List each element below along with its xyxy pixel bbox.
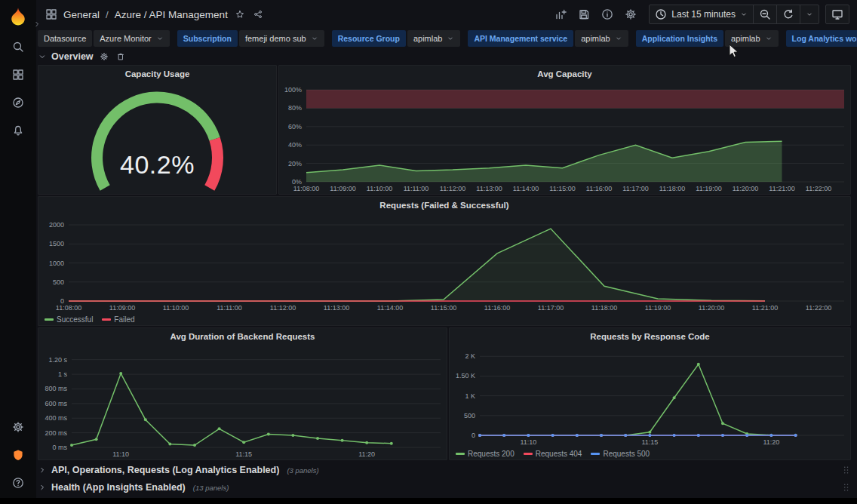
requests-chart[interactable]: 050010001500200011:08:0011:09:0011:10:00…: [38, 214, 850, 313]
breadcrumb-folder[interactable]: General: [63, 9, 100, 20]
svg-text:100%: 100%: [284, 86, 302, 94]
sidebar-explore-button[interactable]: [9, 94, 27, 112]
collapsed-row-api-operations-requests-log-an[interactable]: API, Operations, Requests (Log Analytics…: [38, 462, 851, 478]
row-delete-button[interactable]: [115, 51, 127, 63]
svg-text:1 K: 1 K: [465, 392, 475, 400]
alerting-icon: [12, 124, 24, 137]
variable-resource-group-label: Resource Group: [332, 30, 406, 47]
refresh-icon: [782, 8, 794, 20]
panel-backend-duration: Avg Duration of Backend Requests 0 ms200…: [38, 327, 447, 460]
response-code-chart[interactable]: 05001 K1.50 K2 K11:1011:1511:20: [450, 345, 850, 447]
refresh-interval-dropdown[interactable]: [800, 5, 819, 23]
gauge-value: 40.2%: [38, 150, 276, 180]
bottom-clip: [0, 498, 857, 504]
star-button[interactable]: [234, 8, 246, 20]
kiosk-mode-button[interactable]: [825, 5, 849, 24]
collapsed-row-health-app-insights-enabled-[interactable]: Health (App Insights Enabled)(13 panels): [38, 479, 851, 496]
apps-icon: [45, 8, 57, 20]
drag-handle-icon[interactable]: [842, 464, 851, 476]
panel-avg-capacity: Avg Capacity 0%20%40%60%80%100%11:08:001…: [278, 65, 851, 195]
search-icon: [12, 41, 24, 53]
svg-text:11:12:00: 11:12:00: [440, 185, 465, 192]
svg-text:11:08:00: 11:08:00: [293, 185, 319, 192]
svg-text:1 s: 1 s: [58, 370, 68, 378]
variable-api-management-service: API Management serviceapimlab: [468, 30, 628, 47]
svg-text:11:12:00: 11:12:00: [270, 304, 296, 312]
svg-text:20%: 20%: [288, 160, 302, 167]
panel-title[interactable]: Requests by Response Code: [450, 328, 850, 345]
sidebar-dashboards-button[interactable]: [9, 66, 27, 84]
configuration-icon: [12, 421, 24, 433]
panel-title[interactable]: Avg Capacity: [279, 66, 850, 82]
drag-handle-icon[interactable]: [842, 481, 851, 493]
svg-text:400 ms: 400 ms: [45, 414, 67, 422]
svg-text:11:16:00: 11:16:00: [484, 304, 510, 312]
share-button[interactable]: [252, 8, 264, 20]
zoom-out-icon: [759, 8, 771, 20]
time-picker-button[interactable]: Last 15 minutes: [650, 5, 753, 23]
gear-icon: [100, 52, 109, 61]
legend-item[interactable]: Successful: [45, 315, 93, 324]
panel-requests: Requests (Failed & Successful) 050010001…: [38, 196, 851, 326]
sidebar-server-admin-button[interactable]: [9, 446, 27, 464]
legend-item[interactable]: Failed: [102, 315, 134, 324]
svg-text:11:11:00: 11:11:00: [217, 304, 242, 312]
svg-text:11:19:00: 11:19:00: [645, 304, 671, 312]
legend-item[interactable]: Requests 200: [456, 450, 515, 458]
time-range-label: Last 15 minutes: [671, 9, 736, 20]
trash-icon: [116, 52, 125, 61]
row-overview[interactable]: Overview: [38, 48, 851, 65]
legend-item[interactable]: Requests 404: [524, 450, 582, 458]
top-navbar: General / Azure / API Management Last 15…: [36, 0, 857, 29]
sidebar-expand-toggle[interactable]: [31, 20, 42, 31]
legend-item[interactable]: Requests 500: [591, 450, 650, 458]
breadcrumb-separator: /: [106, 9, 109, 20]
sidebar-configuration-button[interactable]: [9, 418, 27, 436]
grafana-logo[interactable]: [7, 6, 29, 29]
svg-text:11:21:00: 11:21:00: [769, 185, 794, 192]
row-settings-button[interactable]: [98, 51, 110, 63]
configuration-icon: [625, 8, 637, 20]
chevron-right-icon: [38, 466, 47, 475]
dashboard-title[interactable]: Azure / API Management: [115, 9, 228, 20]
variable-resource-group-value-dropdown[interactable]: apimlab: [407, 30, 461, 47]
explore-icon: [12, 97, 24, 109]
svg-text:0: 0: [472, 432, 475, 439]
variable-resource-group: Resource Groupapimlab: [332, 30, 461, 47]
sidebar: [0, 0, 36, 504]
sidebar-nav-bottom: [9, 418, 27, 492]
svg-text:1000: 1000: [49, 260, 64, 267]
svg-text:11:09:00: 11:09:00: [330, 185, 355, 192]
panel-title[interactable]: Capacity Usage: [38, 66, 276, 82]
avg-capacity-chart[interactable]: 0%20%40%60%80%100%11:08:0011:09:0011:10:…: [279, 82, 850, 194]
sidebar-alerting-button[interactable]: [9, 121, 27, 140]
svg-text:11:19:00: 11:19:00: [696, 185, 721, 192]
row-title: Overview: [51, 51, 94, 62]
sidebar-help-button[interactable]: [9, 474, 27, 492]
zoom-out-button[interactable]: [753, 5, 776, 23]
breadcrumb: General / Azure / API Management: [45, 8, 264, 20]
save-dashboard-button[interactable]: [576, 7, 591, 22]
variable-api-management-service-value-dropdown[interactable]: apimlab: [575, 30, 628, 47]
variable-subscription-value-dropdown[interactable]: femeji demo sub: [239, 30, 324, 47]
svg-text:800 ms: 800 ms: [45, 385, 67, 392]
panel-response-code: Requests by Response Code 05001 K1.50 K2…: [449, 327, 851, 460]
legend-label: Successful: [57, 315, 93, 324]
panel-title[interactable]: Requests (Failed & Successful): [38, 197, 850, 214]
svg-text:200 ms: 200 ms: [45, 429, 67, 437]
variable-application-insights-value-dropdown[interactable]: apimlab: [725, 30, 779, 47]
variable-datasource-value-dropdown[interactable]: Azure Monitor: [94, 30, 169, 47]
server-admin-icon: [12, 449, 24, 461]
sidebar-search-button[interactable]: [9, 38, 27, 56]
backend-duration-chart[interactable]: 0 ms200 ms400 ms600 ms800 ms1 s1.20 s11:…: [38, 345, 447, 459]
svg-text:11:18:00: 11:18:00: [659, 185, 685, 192]
add-panel-button[interactable]: [553, 7, 568, 22]
svg-text:11:10: 11:10: [112, 450, 129, 458]
row-title: Health (App Insights Enabled): [51, 482, 186, 493]
panel-title[interactable]: Avg Duration of Backend Requests: [38, 328, 447, 345]
dashboard-info-button[interactable]: [600, 7, 615, 22]
svg-text:80%: 80%: [288, 104, 302, 112]
dashboard-settings-button[interactable]: [623, 7, 638, 22]
refresh-button[interactable]: [776, 5, 800, 23]
dashboards-icon: [12, 69, 24, 81]
